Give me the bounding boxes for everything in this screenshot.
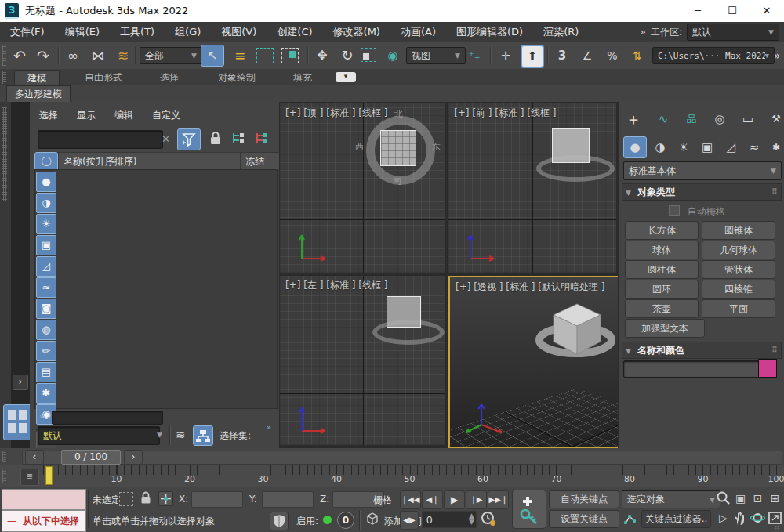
- display-groups-icon[interactable]: ◙: [36, 299, 56, 319]
- button-cone[interactable]: 圆锥体: [702, 221, 775, 240]
- explorer-overflow-icon[interactable]: »: [39, 412, 44, 421]
- select-place-icon[interactable]: ✛: [495, 46, 516, 65]
- layer-preset-dropdown[interactable]: 默认: [38, 426, 160, 445]
- selection-region-icon[interactable]: [119, 492, 133, 506]
- next-frame-arrow[interactable]: ›: [124, 450, 143, 465]
- button-tube[interactable]: 管状体: [702, 260, 775, 279]
- modify-tab-icon[interactable]: ∿: [653, 110, 673, 128]
- menu-edit[interactable]: 编辑(E): [55, 22, 110, 42]
- toolbar-drag-handle[interactable]: [2, 45, 6, 66]
- box-object[interactable]: [387, 296, 421, 328]
- create-tab-icon[interactable]: ＋: [623, 110, 644, 128]
- viewport-top-label[interactable]: [+] [顶 ] [标准 ] [线框 ]: [285, 107, 387, 120]
- go-to-start-button[interactable]: ❘◀◀: [400, 490, 421, 509]
- viewport-front-label[interactable]: [+] [前 ] [标准 ] [线框 ]: [454, 107, 556, 120]
- menu-modifiers[interactable]: 修改器(M): [323, 22, 390, 42]
- geometry-category-icon[interactable]: ●: [623, 136, 647, 158]
- object-name-input[interactable]: [623, 360, 761, 378]
- button-plane[interactable]: 平面: [702, 299, 775, 318]
- button-pyramid[interactable]: 四棱锥: [702, 280, 775, 299]
- select-rotate-icon[interactable]: ↻: [337, 46, 358, 65]
- explorer-search-input[interactable]: [38, 130, 163, 149]
- play-button[interactable]: ▶: [444, 490, 465, 509]
- y-coordinate-field[interactable]: [262, 491, 314, 508]
- selected-object-dropdown[interactable]: 选定对象 ▼: [622, 490, 720, 508]
- angle-snap-icon[interactable]: ∠: [577, 46, 597, 65]
- reference-coordinate-dropdown[interactable]: 视图 ▼: [406, 47, 466, 64]
- undo-icon[interactable]: ↶: [9, 46, 30, 65]
- tab-modeling[interactable]: 建模: [14, 70, 60, 86]
- motion-tab-icon[interactable]: ◎: [710, 110, 730, 128]
- category-dropdown[interactable]: 标准基本体 ▼: [623, 161, 782, 180]
- menu-file[interactable]: 文件(F): [0, 22, 55, 42]
- ribbon-drag-handle[interactable]: [2, 71, 6, 84]
- button-cylinder[interactable]: 圆柱体: [625, 260, 699, 279]
- display-geometry-icon[interactable]: ●: [36, 172, 56, 192]
- rollout-grip-icon[interactable]: ⠿: [771, 184, 781, 200]
- tab-selection[interactable]: 选择: [147, 70, 191, 85]
- minimize-button[interactable]: ─: [681, 0, 715, 22]
- set-keys-button[interactable]: [512, 490, 546, 529]
- window-crossing-icon[interactable]: [281, 48, 299, 63]
- percent-snap-icon[interactable]: %: [602, 46, 622, 65]
- frame-spinner-arrows[interactable]: ▲▼: [469, 512, 474, 525]
- viewport-left-label[interactable]: [+] [左 ] [标准 ] [线框 ]: [285, 279, 387, 292]
- display-xrefs-icon[interactable]: ◍: [36, 320, 56, 340]
- filter-funnel-icon[interactable]: [177, 128, 201, 150]
- select-manipulate-icon[interactable]: ◉: [383, 46, 403, 65]
- name-color-rollout-header[interactable]: ▼ 名称和颜色 ⠿: [622, 342, 782, 359]
- close-button[interactable]: ✕: [750, 0, 784, 22]
- menu-rendering[interactable]: 渲染(R): [533, 22, 589, 42]
- shapes-category-icon[interactable]: ◑: [650, 138, 670, 157]
- autogrid-checkbox[interactable]: 自动栅格: [669, 205, 725, 219]
- rollout-grip-icon[interactable]: ⠿: [771, 342, 781, 358]
- menu-animation[interactable]: 动画(A): [390, 22, 446, 42]
- zoom-extents-icon[interactable]: ⊡: [750, 490, 766, 507]
- maxscript-listener-input[interactable]: —从以下中选择: [2, 510, 86, 532]
- maxscript-listener-output[interactable]: [2, 489, 86, 510]
- button-geosphere[interactable]: 几何球体: [702, 241, 775, 259]
- button-sphere[interactable]: 球体: [625, 241, 699, 259]
- enabled-indicator-icon[interactable]: [323, 516, 332, 524]
- zero-badge[interactable]: 0: [337, 512, 354, 529]
- expand-hierarchy-icon[interactable]: [230, 130, 246, 146]
- key-filters-button[interactable]: 关键点过滤器..: [641, 510, 711, 528]
- selection-lock-icon[interactable]: [140, 490, 152, 505]
- timeslider-drag-handle[interactable]: [2, 451, 6, 462]
- spinner-snap-icon[interactable]: ⇅: [627, 46, 648, 65]
- lock-icon[interactable]: [209, 130, 223, 146]
- select-move-icon[interactable]: ✥: [312, 46, 332, 65]
- ribbon-collapse-icon[interactable]: ▾: [336, 72, 356, 82]
- bind-spacewarp-icon[interactable]: ≋: [113, 46, 133, 65]
- row-type-column-icon[interactable]: ◯: [34, 152, 58, 171]
- display-tab-icon[interactable]: ▭: [738, 110, 758, 128]
- explorer-drag-handle[interactable]: [2, 107, 7, 201]
- zoom-icon[interactable]: [715, 490, 731, 507]
- checkbox-icon[interactable]: [669, 205, 680, 216]
- object-type-rollout-header[interactable]: ▼ 对象类型 ⠿: [622, 183, 782, 201]
- display-frozen-icon[interactable]: ✱: [36, 383, 56, 404]
- time-slider-handle[interactable]: 0 / 100: [61, 450, 121, 465]
- viewport-layout-tab-icon[interactable]: [3, 404, 33, 440]
- box-object[interactable]: [380, 130, 416, 166]
- track-bar[interactable]: ≣ 102030405060708090100: [0, 465, 784, 488]
- button-text-plus[interactable]: 加强型文本: [625, 319, 705, 338]
- current-frame-marker[interactable]: [45, 466, 53, 485]
- menu-tools[interactable]: 工具(T): [110, 22, 165, 42]
- display-bones-icon[interactable]: ✏: [36, 341, 56, 361]
- viewport-front[interactable]: [+] [前 ] [标准 ] [线框 ]: [448, 103, 616, 273]
- display-helpers-icon[interactable]: ◿: [36, 256, 56, 277]
- redo-icon[interactable]: ↷: [33, 46, 53, 65]
- object-color-swatch[interactable]: [758, 359, 777, 378]
- unlink-selection-icon[interactable]: ⋈: [88, 46, 108, 65]
- button-teapot[interactable]: 茶壶: [625, 299, 699, 318]
- trackbar-drag-handle[interactable]: [2, 470, 6, 483]
- isolate-shield-icon[interactable]: [270, 512, 289, 530]
- box-with-torus-object[interactable]: [535, 291, 619, 370]
- button-box[interactable]: 长方体: [625, 221, 699, 240]
- resize-grip-icon[interactable]: ⠿: [775, 525, 780, 532]
- x-coordinate-field[interactable]: [191, 491, 243, 508]
- display-shapes-icon[interactable]: ◑: [36, 193, 56, 213]
- menu-group[interactable]: 组(G): [165, 22, 211, 42]
- schematic-view-icon[interactable]: [193, 425, 213, 446]
